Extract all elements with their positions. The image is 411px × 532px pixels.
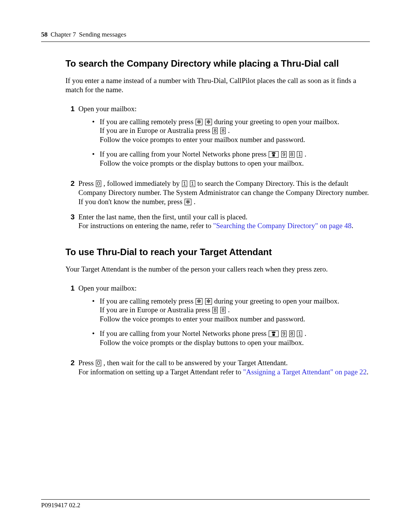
text-run: . (304, 150, 306, 158)
chapter-label: Chapter 7 (51, 30, 76, 38)
key-star-icon: ✻ (205, 298, 212, 305)
running-header: 58 Chapter 7 Sending messages (41, 30, 370, 38)
step-body: Press 0 , followed immediately by 1 1 to… (78, 179, 370, 206)
text-run: If you are in Europe or Australia press (100, 126, 212, 134)
text-run: during your greeting to open your mailbo… (214, 297, 339, 305)
sub-list: • If you are calling remotely press ✻ ✻ … (92, 117, 370, 168)
text-run: If you are calling remotely press (100, 297, 195, 305)
section-heading: To use Thru-Dial to reach your Target At… (65, 246, 370, 258)
document-number: P0919417 02.2 (41, 501, 370, 509)
text-run: If you are calling from your Nortel Netw… (100, 329, 268, 337)
text-run: . (228, 126, 230, 134)
key-feature-icon (269, 151, 279, 158)
page-footer: P0919417 02.2 (41, 499, 370, 509)
step-body: Press 0 , then wait for the call to be a… (78, 358, 370, 377)
key-9-icon: 9 (281, 151, 287, 158)
text-run: Follow the voice prompts to enter your m… (100, 315, 305, 323)
key-0-icon: 0 (96, 181, 101, 187)
key-star-icon: ✻ (185, 199, 191, 205)
bullet-icon: • (92, 150, 100, 168)
text-run: . (228, 306, 230, 314)
key-1-icon: 1 (190, 181, 195, 187)
list-item: • If you are calling remotely press ✻ ✻ … (92, 297, 370, 324)
header-rule (41, 42, 370, 42)
text-run: . (367, 368, 369, 376)
text-run: . (194, 198, 196, 206)
chapter-title: Sending messages (79, 30, 126, 38)
step-2: 2 Press 0 , followed immediately by 1 1 … (65, 179, 370, 206)
key-1-icon: 1 (297, 151, 302, 158)
list-text: If you are calling from your Nortel Netw… (100, 329, 370, 347)
step-2: 2 Press 0 , then wait for the call to be… (65, 358, 370, 377)
text-run: For information on setting up a Target A… (78, 368, 243, 376)
list-text: If you are calling from your Nortel Netw… (100, 150, 370, 168)
step-number: 3 (65, 212, 75, 231)
key-1-icon: 1 (297, 331, 302, 337)
key-8-icon: 8 (289, 151, 295, 158)
key-star-icon: ✻ (196, 119, 202, 125)
page-number: 58 (41, 30, 48, 38)
key-9-icon: 9 (281, 331, 287, 337)
text-run: Follow the voice prompts to enter your m… (100, 136, 305, 144)
step-number: 2 (65, 179, 75, 206)
key-8-icon: 8 (289, 331, 295, 337)
key-1-icon: 1 (182, 181, 187, 187)
step-3: 3 Enter the last name, then the first, u… (65, 212, 370, 231)
section-heading: To search the Company Directory while pl… (65, 58, 370, 69)
step-body: Open your mailbox: • If you are calling … (78, 284, 370, 353)
bullet-icon: • (92, 117, 100, 144)
step-lead: Open your mailbox: (78, 284, 137, 292)
cross-reference-link[interactable]: "Searching the Company Directory" on pag… (213, 222, 352, 230)
cross-reference-link[interactable]: "Assigning a Target Attendant" on page 2… (243, 368, 367, 376)
step-number: 2 (65, 358, 75, 377)
text-run: Press (78, 179, 96, 187)
list-item: • If you are calling from your Nortel Ne… (92, 329, 370, 347)
text-run: If you are calling remotely press (100, 118, 195, 126)
key-8-icon: 8 (220, 128, 226, 134)
step-number: 1 (65, 284, 75, 353)
text-run: Follow the voice prompts or the display … (100, 339, 304, 347)
step-lead: Open your mailbox: (78, 105, 137, 113)
key-feature-icon (269, 331, 279, 337)
text-run: Enter the last name, then the first, unt… (78, 213, 247, 221)
key-8-icon: 8 (212, 128, 218, 134)
ordered-list: 1 Open your mailbox: • If you are callin… (65, 284, 370, 377)
key-0-icon: 0 (96, 360, 101, 366)
sub-list: • If you are calling remotely press ✻ ✻ … (92, 297, 370, 347)
text-run: If you are in Europe or Australia press (100, 306, 212, 314)
text-run: Press (78, 359, 96, 367)
step-1: 1 Open your mailbox: • If you are callin… (65, 284, 370, 353)
bullet-icon: • (92, 297, 100, 324)
section-intro: If you enter a name instead of a number … (65, 76, 370, 94)
bullet-icon: • (92, 329, 100, 347)
list-text: If you are calling remotely press ✻ ✻ du… (100, 297, 370, 324)
list-item: • If you are calling remotely press ✻ ✻ … (92, 117, 370, 144)
key-8-icon: 8 (212, 307, 218, 313)
ordered-list: 1 Open your mailbox: • If you are callin… (65, 104, 370, 230)
list-text: If you are calling remotely press ✻ ✻ du… (100, 117, 370, 144)
footer-rule (41, 499, 370, 500)
page: 58 Chapter 7 Sending messages To search … (0, 0, 411, 532)
step-body: Open your mailbox: • If you are calling … (78, 104, 370, 173)
section-intro: Your Target Attendant is the number of t… (65, 265, 370, 274)
text-run: Follow the voice prompts or the display … (100, 159, 304, 167)
text-run: during your greeting to open your mailbo… (214, 118, 339, 126)
key-star-icon: ✻ (205, 119, 212, 125)
text-run: , followed immediately by (104, 179, 182, 187)
text-run: , then wait for the call to be answered … (104, 359, 288, 367)
step-number: 1 (65, 104, 75, 173)
text-run: If you are calling from your Nortel Netw… (100, 150, 268, 158)
text-run: . (352, 222, 354, 230)
text-run: . (304, 329, 306, 337)
key-8-icon: 8 (220, 307, 226, 313)
list-item: • If you are calling from your Nortel Ne… (92, 150, 370, 168)
text-run: For instructions on entering the name, r… (78, 222, 213, 230)
step-body: Enter the last name, then the first, unt… (78, 212, 370, 231)
step-1: 1 Open your mailbox: • If you are callin… (65, 104, 370, 173)
key-star-icon: ✻ (196, 298, 202, 305)
